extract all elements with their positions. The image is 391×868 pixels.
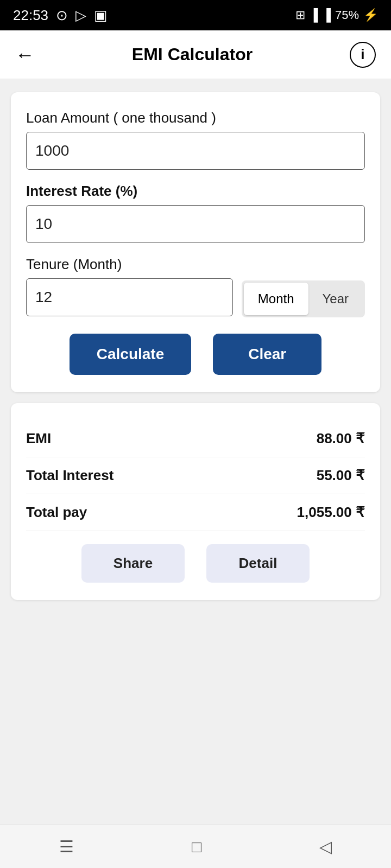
app-bar: ← EMI Calculator i — [0, 30, 391, 79]
result-action-buttons: Share Detail — [26, 544, 365, 583]
tenure-year-button[interactable]: Year — [308, 283, 363, 315]
detail-button[interactable]: Detail — [206, 544, 310, 583]
calculate-button[interactable]: Calculate — [70, 334, 192, 375]
main-content: Loan Amount ( one thousand ) Interest Ra… — [0, 79, 391, 825]
status-left: 22:53 ⊙ ▷ ▣ — [13, 7, 108, 24]
share-button[interactable]: Share — [81, 544, 185, 583]
tenure-month-button[interactable]: Month — [244, 283, 308, 315]
battery-text: 75% — [335, 8, 359, 22]
input-card: Loan Amount ( one thousand ) Interest Ra… — [11, 92, 380, 392]
bottom-nav: ☰ □ ◁ — [0, 825, 391, 868]
total-interest-row: Total Interest 55.00 ₹ — [26, 457, 365, 494]
emi-value: 88.00 ₹ — [317, 430, 365, 447]
tenure-sublabel: (Month) — [73, 256, 122, 272]
battery-icon: ⚡ — [363, 8, 378, 22]
signal-icon2: ▐ — [322, 8, 331, 22]
status-time: 22:53 — [13, 7, 48, 24]
total-pay-row: Total pay 1,055.00 ₹ — [26, 494, 365, 531]
status-right: ⊞ ▐ ▐ 75% ⚡ — [295, 8, 378, 22]
loan-amount-input[interactable] — [26, 132, 365, 170]
total-interest-label: Total Interest — [26, 467, 113, 484]
total-pay-value: 1,055.00 ₹ — [297, 504, 365, 521]
sim-icon: ⊞ — [295, 8, 305, 22]
tenure-toggle: Month Year — [242, 280, 365, 317]
signal-icon1: ▐ — [310, 8, 318, 22]
back-icon: ← — [15, 43, 35, 66]
mail-icon: ▣ — [94, 7, 108, 24]
interest-rate-label: Interest Rate (%) — [26, 183, 365, 200]
tenure-input[interactable] — [26, 278, 233, 316]
tenure-row: Month Year — [26, 278, 365, 317]
emi-label: EMI — [26, 430, 51, 447]
total-interest-value: 55.00 ₹ — [317, 467, 365, 484]
location-icon: ▷ — [75, 7, 86, 24]
back-button[interactable]: ← — [15, 43, 35, 66]
back-nav-icon[interactable]: ◁ — [319, 837, 332, 856]
info-icon: i — [361, 46, 364, 63]
whatsapp-icon: ⊙ — [56, 7, 68, 24]
status-bar: 22:53 ⊙ ▷ ▣ ⊞ ▐ ▐ 75% ⚡ — [0, 0, 391, 30]
emi-row: EMI 88.00 ₹ — [26, 420, 365, 457]
total-pay-label: Total pay — [26, 504, 87, 521]
spacer — [11, 611, 380, 812]
tenure-input-wrap — [26, 278, 233, 316]
loan-amount-sublabel: ( one thousand ) — [113, 110, 216, 126]
clear-button[interactable]: Clear — [213, 334, 321, 375]
action-buttons: Calculate Clear — [26, 334, 365, 375]
results-card: EMI 88.00 ₹ Total Interest 55.00 ₹ Total… — [11, 403, 380, 600]
info-button[interactable]: i — [350, 42, 376, 68]
loan-amount-label: Loan Amount ( one thousand ) — [26, 110, 365, 126]
page-title: EMI Calculator — [132, 44, 253, 65]
tenure-label: Tenure (Month) — [26, 256, 365, 273]
menu-icon[interactable]: ☰ — [59, 837, 74, 856]
interest-rate-input[interactable] — [26, 205, 365, 243]
home-icon[interactable]: □ — [192, 838, 201, 856]
